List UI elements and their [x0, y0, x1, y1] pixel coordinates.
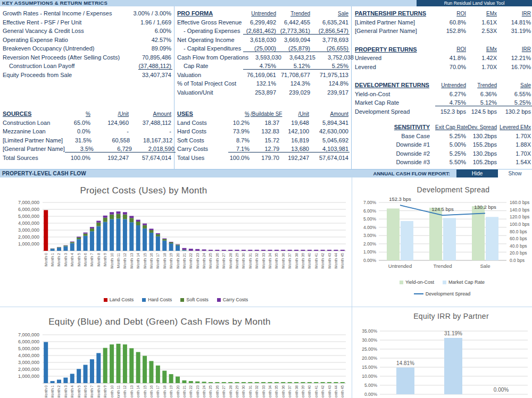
section-title: PROPERTY RETURNS — [355, 46, 435, 53]
svg-text:Month 21: Month 21 — [182, 253, 186, 268]
svg-text:Month 0: Month 0 — [44, 253, 48, 266]
row-label: Yield-on-Cost — [355, 91, 435, 97]
annual-cashflow-report-label: ANNUAL CASH FLOW REPORT: — [373, 171, 450, 176]
cell-value: 3,752,038 — [317, 54, 355, 61]
show-report-button[interactable]: Show — [498, 170, 532, 178]
svg-text:Month 32: Month 32 — [255, 253, 259, 268]
legend-item: Land Costs — [104, 297, 134, 302]
table-row: Construction Loan Payoff(37,488,112) — [3, 62, 172, 71]
cell-value: 5.25% — [435, 150, 467, 157]
table-header-row: DEVELOPMENT RETURNSUntrendedTrendedSale — [355, 81, 532, 90]
svg-text:Month 13: Month 13 — [130, 253, 134, 268]
cell-value: (2,773,361) — [277, 28, 311, 35]
legend-swatch — [217, 298, 221, 302]
svg-text:Month 30: Month 30 — [242, 385, 245, 398]
svg-text:5.00%: 5.00% — [363, 216, 377, 222]
svg-text:Month 31: Month 31 — [248, 253, 252, 268]
svg-text:25.00%: 25.00% — [362, 346, 377, 352]
legend-label: Hard Costs — [148, 297, 172, 302]
section-title: SENSITIVITY — [355, 124, 435, 130]
cell-value: (2,681,462) — [243, 28, 277, 35]
table-header-row: SENSITIVITYExit Cap RateDev. SpreadLever… — [355, 123, 532, 132]
cell-value: 6,729 — [95, 146, 133, 153]
svg-text:Month 41: Month 41 — [314, 253, 318, 268]
chart-legend-bars: Yield-on-CostMarket Cap Rate — [352, 280, 532, 285]
svg-text:5,000,000: 5,000,000 — [18, 214, 39, 219]
legend-swatch — [400, 281, 403, 284]
svg-text:0.00%: 0.00% — [494, 387, 509, 393]
svg-text:Month 40: Month 40 — [307, 385, 311, 398]
cell-value: 42.57% — [152, 37, 172, 43]
svg-text:Month 7: Month 7 — [90, 385, 94, 398]
svg-text:Month 3: Month 3 — [64, 253, 68, 266]
svg-text:Month 45: Month 45 — [340, 253, 344, 268]
section-title: USES — [177, 111, 228, 117]
row-label: Downside #1 — [355, 141, 435, 148]
row-label: Hard Costs — [177, 128, 228, 134]
cell-value: 12.79 — [251, 146, 280, 153]
row-label: Breakeven Occupancy (Untrended) — [3, 45, 152, 52]
legend-label: Market Cap Rate — [448, 280, 485, 285]
cell-value: 7.1% — [228, 146, 251, 153]
cell-value: 179.70 — [251, 155, 280, 161]
svg-text:7,000,000: 7,000,000 — [18, 200, 39, 205]
svg-text:Month 44: Month 44 — [334, 253, 338, 268]
row-label: Construction Loan Payoff — [3, 63, 138, 69]
chart-equity-irr-by-partner: 0.00%5.00%10.00%15.00%20.00%25.00%30.00%… — [352, 307, 532, 398]
column-header: Trended — [277, 11, 311, 16]
cell-value: 6,442,455 — [277, 19, 311, 26]
svg-text:120.0 bps: 120.0 bps — [510, 214, 529, 219]
cell-value: 4.75% — [435, 99, 467, 106]
svg-text:Month 15: Month 15 — [143, 253, 147, 268]
svg-text:Month 41: Month 41 — [314, 385, 318, 398]
cell-value: (26,655) — [311, 45, 350, 52]
table-row: Yield-on-Cost6.27%6.36%6.55% — [355, 90, 532, 99]
svg-text:5.00%: 5.00% — [364, 383, 378, 388]
table-row: Equity Proceeds from Sale33,407,374 — [3, 71, 172, 80]
svg-text:Month 16: Month 16 — [149, 385, 153, 398]
cell-value: 192,247 — [92, 155, 130, 161]
svg-text:Untrended: Untrended — [388, 263, 412, 269]
run-residual-land-value-button[interactable]: Run Residual Land Value Tool — [417, 0, 532, 6]
svg-text:140.0 bps: 140.0 bps — [510, 207, 529, 213]
svg-text:Month 23: Month 23 — [196, 253, 200, 268]
column-header: EMx — [467, 11, 498, 16]
table-header-row: PARTNERSHIP RETURNSROIEMxIRR — [355, 9, 532, 18]
row-label: - Capital Expenditures — [177, 45, 243, 52]
cell-value: 3,593,030 — [248, 54, 282, 61]
svg-text:Month 11: Month 11 — [117, 385, 120, 398]
svg-text:Month 24: Month 24 — [202, 253, 206, 268]
svg-text:3,000,000: 3,000,000 — [18, 360, 39, 365]
svg-text:Month 4: Month 4 — [70, 253, 74, 266]
row-label: [General Partner Name] — [355, 28, 435, 34]
svg-text:Month 26: Month 26 — [215, 253, 219, 268]
svg-text:Month 34: Month 34 — [268, 385, 272, 398]
svg-text:Trended: Trended — [433, 263, 452, 269]
row-label: Total Uses — [177, 155, 228, 161]
svg-text:Month 44: Month 44 — [334, 385, 338, 398]
table-row: Growth Rates - Rental Income / Expenses3… — [3, 9, 172, 18]
svg-text:Month 18: Month 18 — [163, 253, 167, 268]
row-label: Land Costs — [177, 120, 228, 126]
row-label: [Limited Partner Name] — [355, 19, 435, 26]
row-label: Valuation — [177, 72, 243, 78]
chart-title: Equity IRR by Partner — [413, 312, 489, 320]
cell-value: 155.2bps — [467, 141, 498, 148]
svg-text:Month 30: Month 30 — [242, 253, 245, 268]
cell-value: 71,975,113 — [311, 72, 350, 78]
row-label: Cap Rate — [177, 63, 243, 69]
row-label: Levered — [355, 64, 435, 70]
svg-text:Month 29: Month 29 — [235, 385, 239, 398]
table-row: Valuation/Unit253,897239,029239,917 — [177, 88, 350, 97]
svg-text:0.0 bps: 0.0 bps — [510, 258, 525, 263]
svg-text:Month 10: Month 10 — [110, 253, 114, 268]
column-header: IRR — [498, 11, 532, 16]
column-header: Levered EMx — [498, 124, 532, 130]
property-returns-table: PROPERTY RETURNSROIEMxIRRUnlevered41.8%1… — [355, 45, 532, 72]
chart-project-costs-by-month: 1,000,0002,000,0003,000,0004,000,0005,00… — [0, 177, 352, 307]
cell-value: 3,669,094 — [277, 37, 311, 43]
cell-value: 10.2% — [228, 120, 251, 126]
hide-report-button[interactable]: Hide — [456, 170, 498, 178]
svg-text:Month 17: Month 17 — [156, 253, 160, 268]
legend-swatch — [142, 298, 146, 302]
